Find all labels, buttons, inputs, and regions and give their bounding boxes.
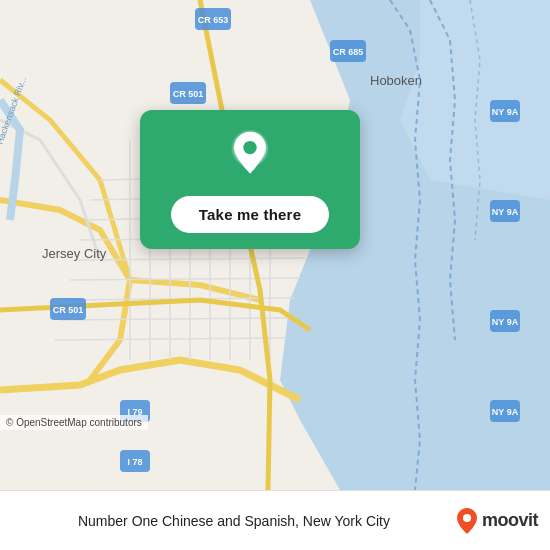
svg-text:NY 9A: NY 9A [492, 107, 519, 117]
svg-text:I 78: I 78 [127, 457, 142, 467]
svg-text:CR 501: CR 501 [173, 89, 204, 99]
svg-text:CR 501: CR 501 [53, 305, 84, 315]
map-container: NY 9A NY 9A NY 9A NY 9A CR 653 CR 685 CR… [0, 0, 550, 490]
take-me-there-button[interactable]: Take me there [171, 196, 329, 233]
svg-point-46 [463, 514, 471, 522]
svg-text:CR 653: CR 653 [198, 15, 229, 25]
svg-text:NY 9A: NY 9A [492, 207, 519, 217]
svg-text:CR 685: CR 685 [333, 47, 364, 57]
svg-text:Hoboken: Hoboken [370, 73, 422, 88]
moovit-brand-text: moovit [482, 510, 538, 531]
svg-text:Jersey City: Jersey City [42, 246, 107, 261]
svg-text:NY 9A: NY 9A [492, 317, 519, 327]
moovit-pin-icon [456, 507, 478, 535]
place-name: Number One Chinese and Spanish, New York… [12, 513, 456, 529]
svg-text:NY 9A: NY 9A [492, 407, 519, 417]
moovit-logo: moovit [456, 507, 538, 535]
bottom-bar: Number One Chinese and Spanish, New York… [0, 490, 550, 550]
map-attribution: © OpenStreetMap contributors [0, 415, 148, 430]
svg-point-45 [243, 141, 256, 154]
location-pin-icon [224, 130, 276, 182]
location-card: Take me there [140, 110, 360, 249]
